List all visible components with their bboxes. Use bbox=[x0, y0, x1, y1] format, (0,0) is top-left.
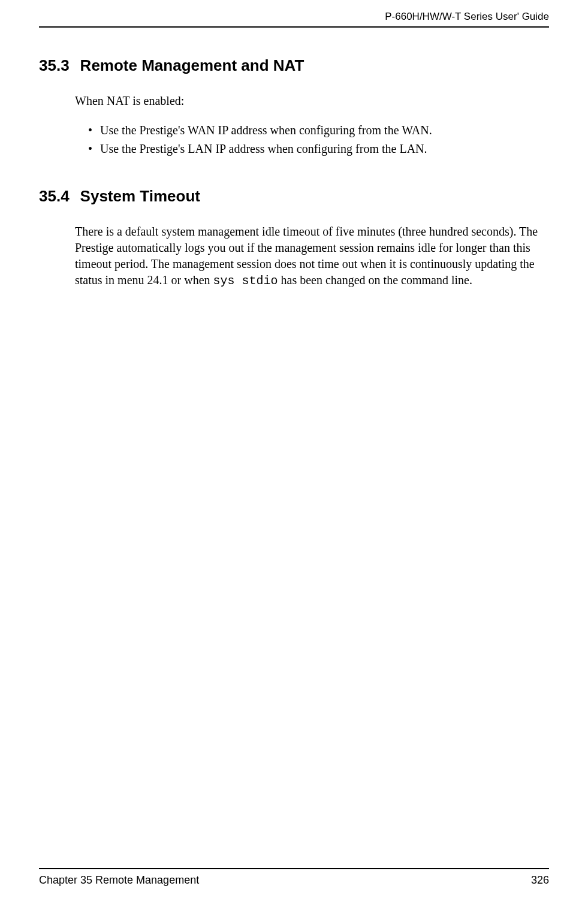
intro-paragraph: When NAT is enabled: bbox=[75, 93, 549, 109]
running-header: P-660H/HW/W-T Series User' Guide bbox=[39, 0, 549, 26]
section-heading-35-3: 35.3Remote Management and NAT bbox=[39, 56, 549, 75]
section-body-35-3: When NAT is enabled: Use the Prestige's … bbox=[75, 93, 549, 158]
section-heading-35-4: 35.4System Timeout bbox=[39, 187, 549, 206]
section-title: System Timeout bbox=[80, 187, 200, 205]
header-rule bbox=[39, 26, 549, 28]
bullet-list: Use the Prestige's WAN IP address when c… bbox=[88, 121, 549, 158]
footer-chapter: Chapter 35 Remote Management bbox=[39, 874, 199, 887]
body-paragraph: There is a default system management idl… bbox=[75, 224, 549, 289]
page-footer: Chapter 35 Remote Management 326 bbox=[39, 868, 549, 887]
section-number: 35.4 bbox=[39, 187, 70, 206]
footer-page-number: 326 bbox=[531, 874, 549, 887]
inline-code: sys stdio bbox=[213, 274, 278, 288]
section-body-35-4: There is a default system management idl… bbox=[75, 224, 549, 289]
list-item: Use the Prestige's LAN IP address when c… bbox=[88, 140, 549, 158]
para-text-post: has been changed on the command line. bbox=[278, 273, 472, 287]
list-item: Use the Prestige's WAN IP address when c… bbox=[88, 121, 549, 140]
section-title: Remote Management and NAT bbox=[80, 56, 304, 74]
footer-rule bbox=[39, 868, 549, 869]
section-number: 35.3 bbox=[39, 56, 70, 75]
guide-title: P-660H/HW/W-T Series User' Guide bbox=[385, 11, 549, 22]
